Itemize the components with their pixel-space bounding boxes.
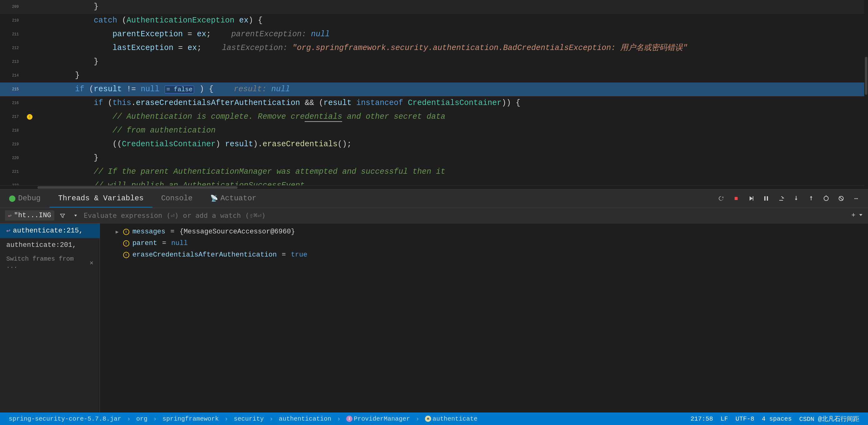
var-name-parent: parent <box>132 239 157 247</box>
svg-line-13 <box>839 196 843 200</box>
switch-frames[interactable]: Switch frames from ... ✕ <box>0 252 100 273</box>
frame-arrow-0: ↩ <box>6 226 10 235</box>
svg-marker-7 <box>795 199 797 200</box>
horizontal-scrollbar[interactable] <box>0 185 868 189</box>
svg-rect-2 <box>764 196 766 201</box>
more-button[interactable]: ⋯ <box>850 192 862 205</box>
code-content-216: if (this.eraseCredentialsAfterAuthentica… <box>34 96 868 110</box>
var-eq-messages: = <box>170 228 174 236</box>
add-watch-button[interactable]: + <box>851 212 856 219</box>
step-into-button[interactable] <box>790 192 802 205</box>
status-jar[interactable]: spring-security-core-5.7.8.jar <box>5 415 125 423</box>
restart-button[interactable] <box>715 192 727 205</box>
status-bar: spring-security-core-5.7.8.jar › org › s… <box>0 413 868 425</box>
panel-chevron-button[interactable] <box>859 212 863 219</box>
frame-item-0[interactable]: ↩ authenticate:215, <box>0 223 100 238</box>
svg-marker-4 <box>782 197 784 199</box>
line-number-219: 219 <box>0 142 25 147</box>
tab-threads[interactable]: Threads & Variables <box>50 189 153 208</box>
frame-item-1[interactable]: authenticate:201, <box>0 238 100 252</box>
line-number-211: 211 <box>0 32 25 36</box>
variables-toolbar: ↩ "ht...ING + <box>0 208 868 223</box>
status-right-text[interactable]: CSDN @北凡石行间距 <box>796 413 863 425</box>
vertical-scrollbar[interactable] <box>864 0 868 189</box>
debug-actions: ■ ⋯ <box>709 192 868 205</box>
status-method-name: authenticate <box>432 415 477 423</box>
status-spaces[interactable]: 4 spaces <box>758 413 796 425</box>
code-content-220: } <box>34 151 868 165</box>
line-number-221: 221 <box>0 170 25 174</box>
code-line-220: 220 } <box>0 151 868 165</box>
status-springframework[interactable]: springframework <box>159 415 222 423</box>
run-to-cursor-button[interactable] <box>820 192 832 205</box>
tab-threads-label: Threads & Variables <box>58 194 144 203</box>
code-line-217: 217 ! // Authentication is complete. Rem… <box>0 110 868 124</box>
line-number-220: 220 <box>0 156 25 160</box>
code-line-209: 209 } <box>0 0 868 14</box>
mute-breakpoints-button[interactable] <box>835 192 847 205</box>
line-number-213: 213 <box>0 60 25 64</box>
line-number-214: 214 <box>0 73 25 78</box>
tab-console[interactable]: Console <box>153 189 202 208</box>
v-scrollbar-thumb[interactable] <box>865 57 867 95</box>
code-content-214: } <box>34 69 868 83</box>
breadcrumb: spring-security-core-5.7.8.jar › org › s… <box>5 415 481 423</box>
line-number-210: 210 <box>0 19 25 23</box>
status-method[interactable]: m authenticate <box>421 415 481 423</box>
expand-icon-messages[interactable]: ▶ <box>116 229 119 235</box>
code-line-210: 210 catch (AuthenticationException ex) { <box>0 14 868 28</box>
line-number-216: 216 <box>0 101 25 105</box>
frame-label-1: authenticate:201, <box>6 241 76 249</box>
stop-button[interactable]: ■ <box>730 192 742 205</box>
frame-label-0: authenticate:215, <box>13 227 83 235</box>
code-line-211: 211 parentException = ex; parentExceptio… <box>0 28 868 41</box>
filter-button[interactable] <box>58 211 67 221</box>
status-authentication[interactable]: authentication <box>275 415 335 423</box>
var-type-icon-erase: ! <box>123 252 129 258</box>
status-org[interactable]: org <box>132 415 151 423</box>
status-encoding[interactable]: LF <box>717 413 732 425</box>
status-security[interactable]: security <box>230 415 268 423</box>
tab-debug-label: Debug <box>18 194 41 203</box>
svg-marker-14 <box>74 215 77 217</box>
switch-frames-close-button[interactable]: ✕ <box>90 259 93 267</box>
tab-debug[interactable]: ⬤ Debug <box>0 189 50 208</box>
svg-marker-9 <box>810 196 812 198</box>
tab-actuator[interactable]: 📡 Actuator <box>202 189 265 208</box>
h-scrollbar-thumb[interactable] <box>37 186 238 189</box>
tab-actuator-label: Actuator <box>221 194 256 203</box>
code-content-218: // from authentication <box>34 124 868 138</box>
panel-row: ↩ authenticate:215, authenticate:201, Sw… <box>0 223 868 413</box>
frame-arrow-icon: ↩ <box>8 212 11 219</box>
step-out-button[interactable] <box>805 192 817 205</box>
class-icon: I <box>346 416 352 422</box>
frame-selector[interactable]: ↩ "ht...ING <box>5 210 54 221</box>
frames-panel: ↩ authenticate:215, authenticate:201, Sw… <box>0 223 100 413</box>
code-line-219: 219 ((CredentialsContainer) result).eras… <box>0 138 868 151</box>
code-line-218: 218 // from authentication <box>0 124 868 138</box>
var-val-messages: {MessageSourceAccessor@6960} <box>179 228 295 236</box>
resume-button[interactable] <box>745 192 757 205</box>
code-editor: 209 } 210 catch (AuthenticationException… <box>0 0 868 189</box>
code-lines: 209 } 210 catch (AuthenticationException… <box>0 0 868 185</box>
code-content-215: if (result != null = false ) { result: n… <box>34 83 868 97</box>
code-content-210: catch (AuthenticationException ex) { <box>34 14 868 28</box>
var-item-erase[interactable]: ▶ ! eraseCredentialsAfterAuthentication … <box>100 249 868 261</box>
pause-button[interactable] <box>760 192 772 205</box>
step-over-button[interactable] <box>775 192 787 205</box>
line-number-217: 217 <box>0 115 25 119</box>
chevron-filter-button[interactable] <box>71 211 81 221</box>
var-name-erase: eraseCredentialsAfterAuthentication <box>132 251 277 259</box>
status-line-col[interactable]: 217:58 <box>687 413 717 425</box>
code-line-215: 215 if (result != null = false ) { resul… <box>0 83 868 96</box>
status-charset[interactable]: UTF-8 <box>732 413 758 425</box>
var-item-messages[interactable]: ▶ ! messages = {MessageSourceAccessor@69… <box>100 226 868 238</box>
code-content-217: // Authentication is complete. Remove cr… <box>34 110 868 124</box>
evaluate-expression-input[interactable] <box>84 212 848 219</box>
code-content-219: ((CredentialsContainer) result).eraseCre… <box>34 138 868 151</box>
line-number-218: 218 <box>0 128 25 133</box>
status-class[interactable]: I ProviderManager <box>342 415 414 423</box>
var-item-parent[interactable]: ▶ ! parent = null <box>100 238 868 249</box>
line-indicator-217: ! <box>25 114 34 120</box>
code-line-216: 216 if (this.eraseCredentialsAfterAuthen… <box>0 96 868 110</box>
